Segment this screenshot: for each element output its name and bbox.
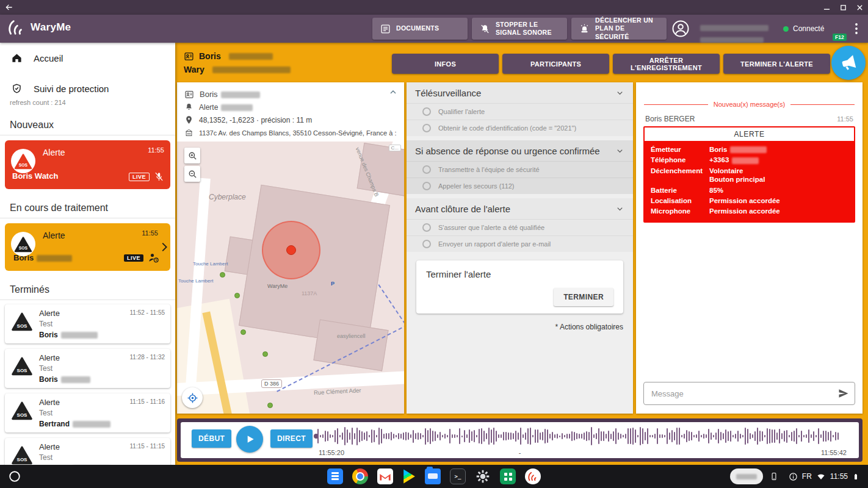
taskbar-icon-docs[interactable] bbox=[327, 468, 343, 484]
checklist-section-header[interactable]: Si absence de réponse ou urgence confirm… bbox=[407, 140, 633, 161]
infos-button[interactable]: INFOS bbox=[392, 54, 499, 74]
stop-recording-button[interactable]: ARRÊTER L'ENREGISTREMENT bbox=[613, 54, 720, 74]
audio-live-button[interactable]: DIRECT bbox=[270, 429, 313, 448]
chat-message-input[interactable] bbox=[643, 382, 855, 405]
checklist-item[interactable]: S'assurer que l'alerte a été qualifiée bbox=[407, 219, 633, 235]
trigger-security-plan-button[interactable]: DÉCLENCHER UN PLAN DE SÉCURITÉ bbox=[571, 18, 667, 40]
user-name-redacted bbox=[697, 22, 769, 44]
finished-alert-card[interactable]: SOS Alerte 11:28 - 11:32 Test Boris bbox=[5, 349, 170, 388]
map[interactable]: Cyberplace venue des Champs B Touche Lam… bbox=[177, 142, 404, 414]
waveform-bar bbox=[396, 435, 397, 437]
waveform-bar bbox=[510, 432, 512, 440]
sidebar-item-accueil[interactable]: Accueil bbox=[0, 49, 175, 67]
battery-icon bbox=[852, 471, 859, 483]
taskbar-icon-play-store[interactable] bbox=[402, 469, 416, 484]
phone-icon[interactable] bbox=[770, 470, 778, 483]
checklist-section-header[interactable]: Télésurveillance bbox=[407, 82, 633, 103]
waveform-bar bbox=[837, 432, 839, 440]
collapse-panel-icon[interactable] bbox=[388, 87, 398, 97]
checklist-item[interactable]: Obtenir le code d'identification (code =… bbox=[407, 120, 633, 136]
close-icon[interactable] bbox=[856, 4, 863, 11]
documents-button[interactable]: DOCUMENTS bbox=[372, 18, 468, 40]
back-icon[interactable] bbox=[5, 3, 13, 12]
waveform-bar bbox=[452, 434, 453, 439]
radio-icon[interactable] bbox=[422, 240, 431, 248]
waveform-bar bbox=[444, 434, 446, 439]
checklist-item[interactable]: Transmettre à l'équipe de sécurité bbox=[407, 161, 633, 178]
waveform-bar bbox=[435, 431, 436, 441]
overflow-menu-icon[interactable] bbox=[851, 21, 862, 37]
finished-alert-card[interactable]: SOS Alerte 11:15 - 11:16 Test Bertrand bbox=[5, 393, 170, 432]
chevron-down-icon bbox=[615, 88, 624, 98]
waveform-bar bbox=[505, 432, 507, 440]
maximize-icon[interactable] bbox=[840, 4, 847, 11]
radio-icon[interactable] bbox=[422, 107, 431, 116]
finished-alert-card[interactable]: SOS Alerte 11:52 - 11:55 Test Boris bbox=[5, 304, 170, 343]
chevron-down-icon bbox=[615, 146, 624, 156]
taskbar-icon-chrome[interactable] bbox=[352, 468, 368, 484]
finished-alert-card[interactable]: SOS Alerte 11:15 - 11:15 Test Bertrand bbox=[5, 438, 170, 465]
audio-player: DÉBUT DIRECT 11:55:20 - 11:55:42 bbox=[177, 418, 863, 462]
message-meta: Boris BERGER 11:55 bbox=[645, 115, 853, 123]
waveform-bar bbox=[686, 430, 687, 442]
radio-icon[interactable] bbox=[422, 165, 431, 174]
waveform-bar bbox=[427, 430, 429, 442]
taskbar-icon-app-green[interactable] bbox=[500, 468, 516, 484]
waveform-bar bbox=[437, 434, 438, 439]
radio-icon[interactable] bbox=[422, 124, 431, 132]
zoom-out-button[interactable] bbox=[184, 166, 200, 182]
stop-sound-button[interactable]: STOPPER LE SIGNAL SONORE bbox=[472, 18, 567, 40]
radio-icon[interactable] bbox=[422, 223, 431, 232]
audio-play-button[interactable] bbox=[236, 426, 263, 453]
end-alert-button[interactable]: TERMINER L'ALERTE bbox=[723, 54, 830, 74]
waveform-bar bbox=[762, 431, 763, 441]
waveform-bar bbox=[706, 434, 707, 438]
user-avatar[interactable] bbox=[671, 20, 690, 38]
waveform-bar bbox=[376, 435, 377, 437]
taskbar-icon-gmail[interactable] bbox=[377, 468, 393, 484]
checklist-item[interactable]: Appeler les secours (112) bbox=[407, 178, 633, 194]
taskbar-icon-terminal[interactable]: >_ bbox=[450, 468, 466, 484]
sidebar-item-suivi[interactable]: Suivi de protection bbox=[0, 79, 175, 98]
radio-icon[interactable] bbox=[422, 182, 431, 190]
taskbar-notification-pill[interactable] bbox=[730, 468, 763, 484]
launcher-icon[interactable] bbox=[8, 470, 21, 483]
taskbar-icon-settings[interactable] bbox=[475, 468, 491, 484]
waveform-bar bbox=[774, 429, 775, 443]
send-icon[interactable] bbox=[837, 387, 850, 400]
waveform-bar bbox=[640, 427, 641, 445]
sos-icon: SOS bbox=[11, 232, 35, 256]
waveform-bar bbox=[388, 433, 389, 439]
minimize-icon[interactable] bbox=[823, 4, 830, 11]
taskbar-icon-waryme[interactable] bbox=[525, 468, 541, 484]
status-tray[interactable]: FR 11:55 bbox=[785, 469, 863, 484]
checklist-section-header[interactable]: Avant clôture de l'alerte bbox=[407, 198, 633, 219]
waveform-bar bbox=[630, 428, 631, 444]
waveform-bar bbox=[740, 434, 741, 439]
waveform-bar bbox=[354, 433, 355, 439]
alert-card-new[interactable]: SOS Alerte 11:55 Boris Watch LIVE bbox=[5, 140, 170, 189]
waveform-bar bbox=[415, 433, 416, 439]
waveform-bar bbox=[537, 429, 538, 443]
waveform-bar bbox=[359, 430, 360, 443]
participants-button[interactable]: PARTICIPANTS bbox=[502, 54, 609, 74]
waveform-bar bbox=[479, 429, 480, 443]
audio-begin-button[interactable]: DÉBUT bbox=[192, 429, 231, 448]
taskbar-icon-files[interactable] bbox=[425, 468, 441, 484]
speaker-button[interactable] bbox=[831, 46, 866, 80]
waveform-bar bbox=[544, 429, 546, 443]
zoom-in-button[interactable] bbox=[184, 148, 200, 163]
waveform-bar bbox=[474, 430, 475, 442]
terminer-button[interactable]: TERMINER bbox=[554, 288, 613, 306]
alert-card-processing[interactable]: SOS Alerte 11:55 Boris LIVE bbox=[5, 223, 170, 271]
alert-location-marker bbox=[286, 245, 296, 255]
message-sender: Boris BERGER bbox=[645, 115, 695, 123]
checklist-item[interactable]: Qualifier l'alerte bbox=[407, 103, 633, 120]
waveform-bar bbox=[342, 432, 343, 440]
map-tree bbox=[262, 351, 268, 357]
audio-waveform[interactable] bbox=[317, 426, 848, 446]
locate-button[interactable] bbox=[182, 387, 203, 408]
alert-name: Boris Watch bbox=[12, 171, 58, 181]
checklist-item[interactable]: Envoyer un rapport d'alerte par e-mail bbox=[407, 235, 633, 252]
chevron-right-icon[interactable] bbox=[159, 240, 169, 254]
